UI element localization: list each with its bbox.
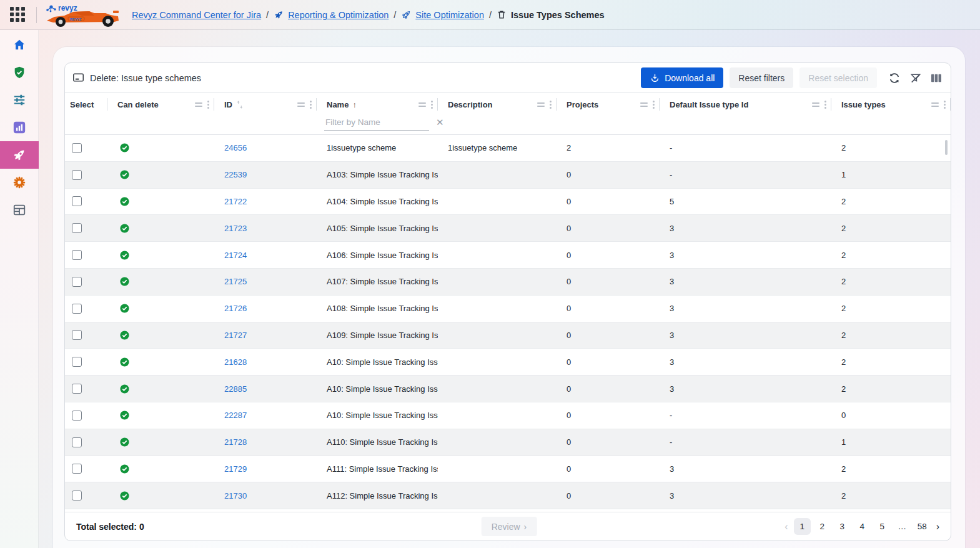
row-name: A107: Simple Issue Tracking Iss — [317, 269, 438, 295]
pagination-prev-icon[interactable]: ‹ — [782, 521, 790, 532]
breadcrumb-link-reporting-optimization[interactable]: Reporting & Optimization — [274, 9, 389, 20]
column-menu-icon[interactable] — [309, 101, 313, 109]
filter-bars-icon[interactable] — [640, 102, 648, 107]
row-select-checkbox[interactable] — [72, 143, 82, 153]
row-select-checkbox[interactable] — [72, 330, 82, 340]
sidebar-item-settings[interactable] — [0, 169, 39, 196]
row-id-link[interactable]: 22539 — [224, 170, 247, 179]
pagination-page-3[interactable]: 3 — [834, 518, 851, 535]
column-menu-icon[interactable] — [548, 101, 553, 109]
row-id-link[interactable]: 24656 — [224, 143, 247, 152]
clear-filter-icon[interactable]: ✕ — [436, 117, 444, 127]
filter-bars-icon[interactable] — [931, 102, 939, 107]
row-id-link[interactable]: 21728 — [224, 437, 247, 447]
row-select-checkbox[interactable] — [72, 196, 82, 206]
filter-off-icon[interactable] — [909, 72, 922, 84]
table-footer: Total selected: 0 Review › ‹ 12345…58 › — [65, 512, 951, 541]
table-body: 24656 1issuetype scheme 1issuetype schem… — [65, 135, 951, 512]
sidebar-item-optimization[interactable] — [0, 141, 39, 169]
row-name: A105: Simple Issue Tracking Iss — [317, 215, 438, 241]
vertical-scrollbar[interactable] — [945, 140, 948, 155]
row-issue-types: 2 — [831, 482, 951, 509]
pagination-page-2[interactable]: 2 — [814, 518, 831, 535]
row-name: A104: Simple Issue Tracking Iss — [317, 189, 438, 215]
row-select-checkbox[interactable] — [72, 277, 82, 287]
row-issue-types: 2 — [831, 322, 951, 349]
filter-bars-icon[interactable] — [812, 102, 819, 107]
reset-selection-button[interactable]: Reset selection — [799, 67, 877, 88]
row-select-checkbox[interactable] — [72, 304, 82, 314]
column-menu-icon[interactable] — [943, 101, 947, 109]
name-filter-input[interactable] — [325, 117, 436, 127]
sliders-icon — [12, 93, 26, 107]
refresh-icon[interactable] — [888, 72, 901, 84]
row-select-checkbox[interactable] — [72, 250, 82, 260]
sidebar-item-records[interactable] — [0, 196, 39, 224]
row-select-checkbox[interactable] — [72, 411, 82, 421]
row-id-link[interactable]: 21723 — [224, 224, 247, 233]
revyz-logo: revyz REVYZ — [46, 2, 121, 28]
column-header-can-delete[interactable]: Can delete — [107, 93, 214, 116]
filter-bars-icon[interactable] — [297, 102, 305, 107]
name-filter-field[interactable]: ✕ — [324, 116, 429, 131]
row-select-checkbox[interactable] — [72, 437, 82, 447]
row-projects: 2 — [557, 135, 660, 161]
row-description — [438, 269, 557, 295]
row-id-link[interactable]: 22287 — [224, 411, 247, 420]
top-bar: revyz REVYZ Revyz Command Center for Jir… — [0, 0, 980, 30]
row-description — [438, 456, 557, 482]
row-id-link[interactable]: 21628 — [224, 357, 247, 367]
table-row: 21728 A110: Simple Issue Tracking Iss 0 … — [65, 429, 951, 456]
layout-icon — [12, 203, 26, 217]
row-issue-types: 2 — [831, 269, 951, 295]
download-all-button[interactable]: Download all — [641, 67, 723, 88]
pagination-page-58[interactable]: 58 — [914, 518, 931, 535]
sidebar-item-security[interactable] — [0, 59, 39, 86]
column-menu-icon[interactable] — [430, 101, 434, 109]
filter-bars-icon[interactable] — [418, 102, 426, 107]
row-id-link[interactable]: 22885 — [224, 384, 247, 394]
column-menu-icon[interactable] — [206, 101, 210, 109]
table-row: 21722 A104: Simple Issue Tracking Iss 0 … — [65, 189, 951, 216]
can-delete-check-icon — [119, 196, 130, 207]
column-header-projects[interactable]: Projects — [557, 93, 660, 116]
filter-bars-icon[interactable] — [537, 102, 545, 107]
row-id-link[interactable]: 21725 — [224, 277, 247, 286]
row-select-checkbox[interactable] — [72, 223, 82, 233]
sidebar-item-analytics[interactable] — [0, 114, 39, 141]
column-menu-icon[interactable] — [823, 101, 828, 109]
review-button[interactable]: Review › — [482, 517, 537, 536]
pagination-page-1[interactable]: 1 — [794, 518, 811, 535]
reset-filters-button[interactable]: Reset filters — [730, 67, 793, 88]
column-header-description[interactable]: Description — [438, 93, 557, 116]
column-header-id[interactable]: ID — [214, 93, 317, 116]
sidebar-item-home[interactable] — [0, 31, 39, 59]
row-id-link[interactable]: 21724 — [224, 251, 247, 260]
row-id-link[interactable]: 21730 — [224, 491, 247, 501]
row-select-checkbox[interactable] — [72, 464, 82, 474]
pagination-page-4[interactable]: 4 — [854, 518, 871, 535]
row-select-checkbox[interactable] — [72, 357, 82, 367]
breadcrumb-link-site-optimization[interactable]: Site Optimization — [401, 9, 484, 20]
row-id-link[interactable]: 21722 — [224, 197, 247, 206]
sidebar-item-configuration[interactable] — [0, 86, 39, 114]
columns-icon[interactable] — [931, 73, 942, 83]
table-row: 21723 A105: Simple Issue Tracking Iss 0 … — [65, 215, 951, 242]
filter-bars-icon[interactable] — [195, 102, 202, 107]
rocket-icon — [12, 147, 27, 162]
row-select-checkbox[interactable] — [72, 170, 82, 180]
can-delete-check-icon — [119, 330, 130, 341]
row-id-link[interactable]: 21727 — [224, 331, 247, 340]
row-select-checkbox[interactable] — [72, 384, 82, 394]
column-header-default-issue-type-id[interactable]: Default Issue type Id — [660, 93, 831, 116]
pagination-page-5[interactable]: 5 — [874, 518, 891, 535]
column-header-name[interactable]: Name ↑ — [317, 93, 438, 116]
column-menu-icon[interactable] — [651, 101, 656, 109]
row-select-checkbox[interactable] — [72, 491, 82, 501]
row-id-link[interactable]: 21729 — [224, 464, 247, 474]
pagination-next-icon[interactable]: › — [934, 521, 942, 532]
column-header-issue-types[interactable]: Issue types — [831, 93, 951, 116]
app-launcher-icon[interactable] — [10, 7, 26, 23]
row-id-link[interactable]: 21726 — [224, 304, 247, 313]
breadcrumb-link-command-center[interactable]: Revyz Command Center for Jira — [132, 10, 261, 20]
